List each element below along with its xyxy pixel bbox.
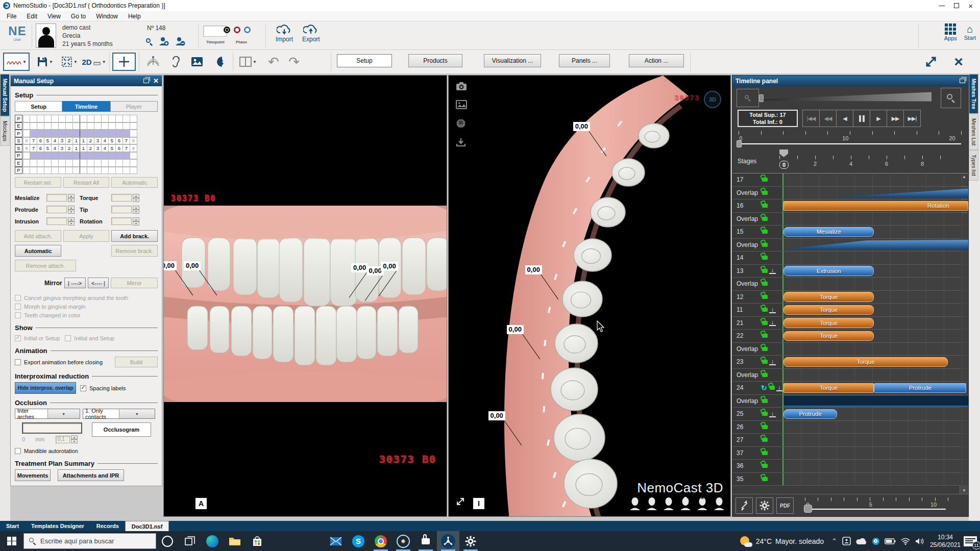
tooth-grid-cell[interactable] xyxy=(116,159,123,167)
tooth-grid-cell[interactable] xyxy=(23,159,30,167)
phase-dot-red[interactable] xyxy=(234,27,240,33)
tooth-grid-cell[interactable] xyxy=(116,152,123,160)
phase-dots[interactable] xyxy=(224,27,251,33)
tooth-grid-cell[interactable] xyxy=(109,130,116,137)
tooth-grid-cell[interactable] xyxy=(94,130,102,137)
intrusion-spinner[interactable]: ▲▼ xyxy=(68,217,75,226)
timeline-row-track[interactable] xyxy=(782,421,968,434)
unlock-icon[interactable] xyxy=(762,191,768,195)
tooth-grid-cell[interactable]: 7 xyxy=(123,137,130,145)
apps-button[interactable]: Apps xyxy=(944,23,957,41)
tooth-grid-cell[interactable] xyxy=(59,152,66,160)
tooth-grid-cell[interactable] xyxy=(52,167,59,174)
timeline-row-track[interactable] xyxy=(782,278,968,290)
remove-attach-button[interactable]: Remove attach. xyxy=(15,260,76,271)
tooth-grid-cell[interactable]: 5 xyxy=(109,144,116,152)
stage-bar-rotation[interactable]: Rotation xyxy=(783,201,968,211)
tooth-grid-cell[interactable]: 1 xyxy=(73,144,80,152)
tooth-grid-cell[interactable] xyxy=(116,167,123,174)
mandible-autorotation-checkbox[interactable] xyxy=(15,448,21,454)
timeline-row-track[interactable] xyxy=(782,173,968,186)
tooth-grid-cell[interactable] xyxy=(123,115,130,122)
tooth-grid-cell[interactable] xyxy=(116,130,123,137)
stage-bar-torque[interactable]: Torque xyxy=(783,305,874,315)
tooth-grid-cell[interactable]: 3 xyxy=(94,144,102,152)
teeth-setup-tool[interactable]: ▼ xyxy=(3,53,30,71)
tooth-grid-cell[interactable] xyxy=(80,115,87,122)
battery-icon[interactable] xyxy=(882,531,898,551)
timeline-row-track[interactable]: Protrude xyxy=(782,408,968,420)
face-profile-icon[interactable] xyxy=(713,497,725,512)
arch-pin-tool[interactable] xyxy=(142,53,164,71)
weather-widget[interactable]: 24°C Mayor. soleado xyxy=(735,535,829,547)
occlusion-contacts-dropdown[interactable]: 1. Only contacts▼ xyxy=(83,409,155,419)
tooth-grid-cell[interactable] xyxy=(109,115,116,122)
tooth-grid-cell[interactable]: 5 xyxy=(109,137,116,145)
undo-button[interactable]: ↶ xyxy=(264,53,283,71)
tooth-grid-cell[interactable] xyxy=(66,152,73,160)
unlock-icon[interactable] xyxy=(762,282,768,286)
tooth-grid-cell[interactable] xyxy=(102,122,109,130)
tooth-grid-cell[interactable] xyxy=(23,115,30,122)
remove-patient-icon[interactable] xyxy=(175,37,185,46)
face-shoulders-icon[interactable] xyxy=(646,497,658,512)
tooth-grid-cell[interactable] xyxy=(66,130,73,137)
download-icon[interactable]: ↓ xyxy=(776,385,782,391)
occlusogram-button[interactable]: Occlusogram xyxy=(92,422,151,437)
mode-button-products[interactable]: Products xyxy=(408,54,462,67)
tooth-grid-cell[interactable] xyxy=(130,167,137,174)
tooth-grid-cell[interactable] xyxy=(109,159,116,167)
unlock-icon[interactable] xyxy=(762,243,768,247)
side-tab-mockups[interactable]: Mockups xyxy=(0,116,10,146)
timeline-row-track[interactable] xyxy=(782,473,968,486)
unlock-icon[interactable] xyxy=(762,347,768,351)
expand-timeline-button[interactable] xyxy=(736,497,753,514)
timeline-row-track[interactable] xyxy=(782,187,968,199)
unlock-icon[interactable] xyxy=(762,451,768,455)
tooth-grid-cell[interactable]: 4 xyxy=(52,144,59,152)
cortana-icon[interactable] xyxy=(156,531,179,551)
download-icon[interactable] xyxy=(456,138,466,147)
tooth-grid-cell[interactable]: 2 xyxy=(87,144,94,152)
timeline-settings-button[interactable] xyxy=(756,497,773,514)
unlock-icon[interactable] xyxy=(762,204,768,208)
movements-button[interactable]: Movements xyxy=(15,469,51,481)
tooth-grid-cell[interactable] xyxy=(123,130,130,137)
windows-start-button[interactable] xyxy=(0,531,23,551)
unlock-icon[interactable] xyxy=(762,399,768,403)
initial-and-setup-checkbox[interactable] xyxy=(65,335,71,341)
tooth-grid-cell[interactable] xyxy=(52,130,59,137)
occlusion-mode-dropdown[interactable]: Inter arches▼ xyxy=(15,409,80,419)
tooth-grid-cell[interactable] xyxy=(66,159,73,167)
tooth-grid-cell[interactable] xyxy=(102,159,109,167)
tooth-grid-cell[interactable] xyxy=(123,152,130,160)
tooth-grid-cell[interactable] xyxy=(109,122,116,130)
tooth-grid-cell[interactable]: 7 xyxy=(30,137,37,145)
side-tab-meshes-tree[interactable]: Meshes Tree xyxy=(969,74,978,114)
timeline-row-track[interactable] xyxy=(782,213,968,226)
tooth-grid-cell[interactable] xyxy=(44,159,52,167)
globe-icon[interactable] xyxy=(456,118,466,129)
export-animation-checkbox[interactable] xyxy=(15,359,21,365)
tooth-grid-cell[interactable] xyxy=(37,115,44,122)
unlock-icon[interactable] xyxy=(762,217,768,221)
tooth-grid-cell[interactable] xyxy=(44,130,52,137)
tooth-grid-cell[interactable] xyxy=(30,159,37,167)
minimize-button[interactable]: — xyxy=(939,2,945,9)
tooth-grid-cell[interactable] xyxy=(30,130,37,137)
tooth-grid-cell[interactable] xyxy=(87,122,94,130)
tooth-grid-cell[interactable] xyxy=(52,152,59,160)
tooth-grid-cell[interactable] xyxy=(130,115,137,122)
timeline-zoom-slider[interactable] xyxy=(763,90,932,106)
stage-bar-torque[interactable]: Torque xyxy=(783,383,874,393)
stage-zoom-handle[interactable] xyxy=(804,505,812,513)
rotation-value[interactable] xyxy=(111,217,132,225)
tooth-grid-cell[interactable] xyxy=(123,159,130,167)
tooth-grid-cell[interactable] xyxy=(80,159,87,167)
automatic-button[interactable]: Automatic xyxy=(15,245,61,257)
tooth-grid-cell[interactable] xyxy=(44,115,52,122)
tooth-grid-cell[interactable]: 4 xyxy=(102,144,109,152)
tooth-grid-cell[interactable] xyxy=(80,130,87,137)
tooth-grid-cell[interactable] xyxy=(23,130,30,137)
tooth-grid-cell[interactable] xyxy=(102,130,109,137)
